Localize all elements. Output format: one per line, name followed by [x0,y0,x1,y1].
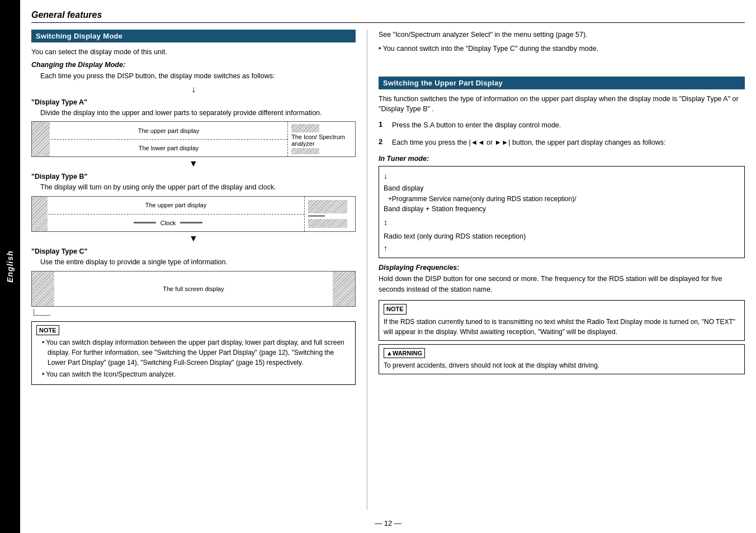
arrow-down-2: ▼ [31,159,356,168]
step-2: 2 Each time you press the |◄◄ or ►►| but… [379,137,745,151]
display-type-a-box: The upper part display The lower part di… [31,121,356,157]
display-a-hatch-top [291,124,319,132]
short-line-1 [308,215,325,217]
tuner-arrow-down: ↓ [384,170,740,182]
display-a-right-text: The Icon/ Spectrum analyzer [291,134,352,147]
sidebar-label: English [6,250,15,283]
tuner-box: ↓ Band display +Programme Service name(o… [379,166,745,258]
page-number: — 12 — [31,519,745,527]
note-bullet-1: • You can switch display information bet… [42,337,351,368]
note-label-right: NOTE [384,304,407,315]
tuner-mode-label: In Tuner mode: [379,155,745,163]
display-type-c-desc: Use the entire display to provide a sing… [40,257,356,268]
displaying-freq-text: Hold down the DISP button for one second… [379,274,745,295]
warning-box: ▲WARNING To prevent accidents, drivers s… [379,344,745,375]
main-content: General features Switching Display Mode … [20,0,756,533]
arrow-down-1: ↓ [31,85,356,94]
right-intro-text2: • You cannot switch into the "Display Ty… [379,44,745,54]
note-box-right: NOTE If the RDS station currently tuned … [379,300,745,341]
display-a-upper-text: The upper part display [53,127,284,134]
bracket-indicator [34,309,50,316]
page-title: General features [31,10,745,23]
warning-text: To prevent accidents, drivers should not… [384,360,740,370]
warning-label: ▲WARNING [384,348,425,359]
sidebar: English [0,0,20,533]
note-box-left: NOTE • You can switch display informatio… [31,321,356,386]
section-header-left: Switching Display Mode [31,30,356,42]
note-text-right: If the RDS station currently tuned to is… [384,317,740,337]
clock-line-1 [134,222,156,223]
tuner-programme: +Programme Service name(only during RDS … [388,194,740,204]
step-2-text: Each time you press the |◄◄ or ►►| butto… [392,137,666,148]
tuner-band-display: Band display [384,183,740,194]
step-1: 1 Press the S.A button to enter the disp… [379,120,745,134]
step-2-num: 2 [379,137,388,151]
tuner-radio-text: Radio text (only during RDS station rece… [384,231,740,242]
note-bullet-2: • You can switch the Icon/Spectrum analy… [42,369,351,379]
display-type-a-desc: Divide the display into the upper and lo… [40,108,356,118]
display-type-c-box: The full screen display [31,271,356,307]
display-a-hatch-bottom [291,148,319,154]
display-b-hatch-top [308,200,347,213]
display-type-b-desc: The display will turn on by using only t… [40,182,356,193]
clock-line-2 [180,222,202,223]
display-c-hatch-left [32,272,54,306]
display-type-b-label: "Display Type B" [31,173,356,180]
displaying-freq-label: Displaying Frequencies: [379,264,745,272]
display-type-b-box: The upper part display Clock [31,196,356,232]
display-b-hatch-bottom [308,219,347,228]
display-b-upper-text: The upper part display [51,202,301,208]
step-1-num: 1 [379,120,388,134]
changing-display-text: Each time you press the DISP button, the… [40,71,356,82]
column-divider [367,30,367,510]
note-label-left: NOTE [36,325,59,336]
display-a-lower-text: The lower part display [53,145,284,151]
intro-text: You can select the display mode of this … [31,47,356,58]
tuner-arrow-up-bottom: ↑ [384,244,388,253]
display-b-lower-text: Clock [160,220,176,226]
right-column: See "Icon/Spectrum analyzer Select" in t… [379,30,745,510]
right-intro-text1: See "Icon/Spectrum analyzer Select" in t… [379,30,745,40]
display-c-hatch-right [333,272,355,306]
changing-display-label: Changing the Display Mode: [31,61,356,69]
step-1-text: Press the S.A button to enter the displa… [392,120,561,131]
arrow-down-3: ▼ [31,234,356,243]
display-type-a-label: "Display Type A" [31,98,356,106]
left-column: Switching Display Mode You can select th… [31,30,356,510]
display-c-full-text: The full screen display [54,285,333,292]
section-header-right: Switching the Upper Part Display [379,77,745,89]
display-type-c-label: "Display Type C" [31,248,356,255]
tuner-arrow-up: ↕ [384,216,388,229]
tuner-band-freq: Band display + Station frequency [384,204,740,215]
section-intro-right: This function switches the type of infor… [379,94,745,115]
